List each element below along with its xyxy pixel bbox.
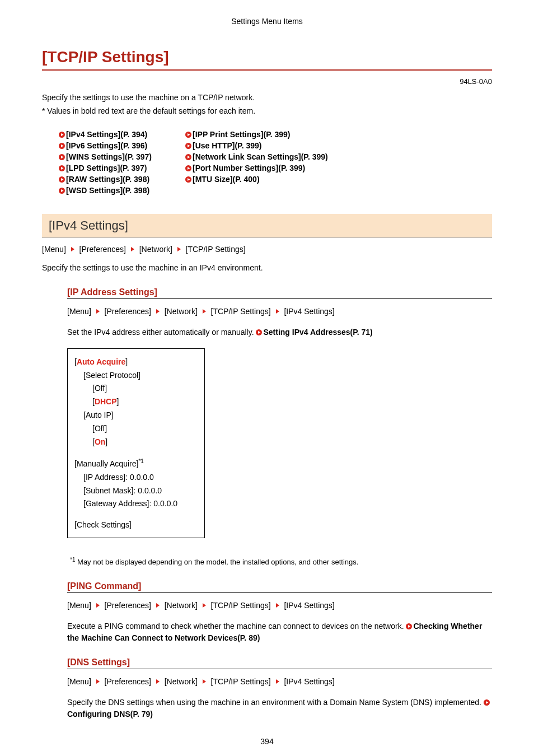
setting-option: [On] <box>92 436 198 449</box>
breadcrumb-item: [Menu] <box>67 601 91 610</box>
toc-column: [IPv4 Settings](P. 394) [IPv6 Settings](… <box>59 128 152 197</box>
breadcrumb-item: [Menu] <box>67 307 91 316</box>
page-number: 394 <box>0 737 534 746</box>
chevron-right-icon <box>95 603 101 608</box>
chevron-right-icon <box>130 246 135 252</box>
desc-text: Execute a PING command to check whether … <box>67 622 406 631</box>
chevron-right-icon <box>95 309 101 314</box>
setting-item: [Gateway Address]: 0.0.0.0 <box>83 497 198 511</box>
desc-text: Set the IPv4 address either automaticall… <box>67 328 256 337</box>
settings-values-box: [Auto Acquire] [Select Protocol] [Off] [… <box>67 348 205 538</box>
toc-link[interactable]: [WSD Settings](P. 398) <box>66 186 149 195</box>
default-value: On <box>95 437 105 446</box>
setting-item: [Subnet Mask]: 0.0.0.0 <box>83 484 198 498</box>
cross-reference-link[interactable]: Configuring DNS(P. 79) <box>67 710 153 718</box>
chevron-right-icon <box>275 309 280 314</box>
setting-label: [Manually Acquire] <box>74 459 138 468</box>
chevron-right-icon <box>275 603 280 608</box>
bullet-icon <box>185 176 191 183</box>
page-title: [TCP/IP Settings] <box>42 48 492 66</box>
toc-item[interactable]: [IPP Print Settings](P. 399) <box>185 130 328 139</box>
toc-link[interactable]: [IPP Print Settings](P. 399) <box>193 130 291 139</box>
chevron-right-icon <box>202 679 207 684</box>
footnote-text: May not be displayed depending on the mo… <box>75 558 358 566</box>
bullet-icon <box>59 176 65 183</box>
document-code: 94LS-0A0 <box>42 77 492 86</box>
subsection-heading-ping: [PING Command] <box>67 581 492 591</box>
bullet-icon <box>59 165 65 171</box>
setting-option: [Off] <box>92 422 198 436</box>
subsection-description: Specify the DNS settings when using the … <box>67 697 492 720</box>
toc-item[interactable]: [WINS Settings](P. 397) <box>59 152 152 161</box>
setting-item: [Manually Acquire]*1 <box>74 456 198 470</box>
toc-link[interactable]: [RAW Settings](P. 398) <box>66 175 149 184</box>
bullet-icon <box>59 188 65 194</box>
section-heading-ipv4: [IPv4 Settings] <box>42 214 492 238</box>
running-header: Settings Menu Items <box>42 17 492 26</box>
svg-marker-23 <box>131 247 134 251</box>
toc-item[interactable]: [Use HTTP](P. 399) <box>185 141 328 150</box>
toc-item[interactable]: [Network Link Scan Settings](P. 399) <box>185 152 328 161</box>
svg-marker-22 <box>71 247 74 251</box>
subsection-rule <box>67 592 492 593</box>
subsection-description: Set the IPv4 address either automaticall… <box>67 326 492 338</box>
toc-item[interactable]: [LPD Settings](P. 397) <box>59 164 152 172</box>
bullet-icon <box>406 623 412 629</box>
breadcrumb-item: [IPv4 Settings] <box>284 677 334 686</box>
svg-marker-40 <box>276 679 279 684</box>
breadcrumb-item: [Preferences] <box>105 307 151 316</box>
breadcrumb: [Menu] [Preferences] [Network] [TCP/IP S… <box>67 306 492 318</box>
breadcrumb-item: [TCP/IP Settings] <box>211 601 271 610</box>
intro-line: Specify the settings to use the machine … <box>42 92 492 104</box>
toc-item[interactable]: [IPv6 Settings](P. 396) <box>59 141 152 150</box>
breadcrumb-item: [Network] <box>139 245 172 254</box>
toc-item[interactable]: [MTU Size](P. 400) <box>185 175 328 184</box>
toc-link[interactable]: [LPD Settings](P. 397) <box>66 164 147 172</box>
breadcrumb-item: [TCP/IP Settings] <box>211 677 271 686</box>
toc-link[interactable]: [Use HTTP](P. 399) <box>193 141 261 150</box>
toc-link[interactable]: [IPv6 Settings](P. 396) <box>66 141 147 150</box>
bullet-icon <box>59 154 65 160</box>
cross-reference-link[interactable]: Setting IPv4 Addresses(P. 71) <box>263 328 372 337</box>
chevron-right-icon <box>155 603 161 608</box>
breadcrumb-item: [IPv4 Settings] <box>284 601 334 610</box>
setting-option: [DHCP] <box>92 395 198 409</box>
bullet-icon <box>185 165 191 171</box>
subsection-rule <box>67 669 492 669</box>
svg-marker-28 <box>276 309 279 314</box>
breadcrumb-item: [Preferences] <box>105 677 151 686</box>
bullet-icon <box>59 143 65 149</box>
toc-link[interactable]: [IPv4 Settings](P. 394) <box>66 130 147 139</box>
toc-link[interactable]: [WINS Settings](P. 397) <box>66 152 152 161</box>
default-value: Auto Acquire <box>77 357 125 366</box>
toc-item[interactable]: [Port Number Settings](P. 399) <box>185 164 328 172</box>
toc-link[interactable]: [Port Number Settings](P. 399) <box>193 164 305 172</box>
svg-marker-32 <box>156 603 160 608</box>
bullet-icon <box>185 143 191 149</box>
subsection-rule <box>67 298 492 299</box>
breadcrumb: [Menu] [Preferences] [Network] [TCP/IP S… <box>67 600 492 612</box>
breadcrumb-item: [Menu] <box>67 677 91 686</box>
svg-marker-38 <box>156 679 160 684</box>
svg-marker-25 <box>96 309 100 314</box>
default-value: DHCP <box>95 397 117 406</box>
svg-marker-37 <box>96 679 100 684</box>
toc-item[interactable]: [WSD Settings](P. 398) <box>59 186 152 195</box>
breadcrumb-item: [Network] <box>165 307 198 316</box>
svg-marker-34 <box>276 603 279 608</box>
toc-item[interactable]: [IPv4 Settings](P. 394) <box>59 130 152 139</box>
breadcrumb-item: [Preferences] <box>105 601 151 610</box>
toc-link[interactable]: [MTU Size](P. 400) <box>193 175 260 184</box>
setting-option: [Off] <box>92 382 198 395</box>
chevron-right-icon <box>155 309 161 314</box>
footnote: *1 May not be displayed depending on the… <box>70 556 492 568</box>
setting-item: [Select Protocol] <box>83 369 198 382</box>
bullet-icon <box>185 132 191 138</box>
bullet-icon <box>256 329 262 335</box>
toc-item[interactable]: [RAW Settings](P. 398) <box>59 175 152 184</box>
toc-link[interactable]: [Network Link Scan Settings](P. 399) <box>193 152 328 161</box>
breadcrumb-item: [Preferences] <box>79 245 126 254</box>
svg-marker-31 <box>96 603 100 608</box>
chevron-right-icon <box>176 246 182 252</box>
intro-line: * Values in bold red text are the defaul… <box>42 106 492 117</box>
